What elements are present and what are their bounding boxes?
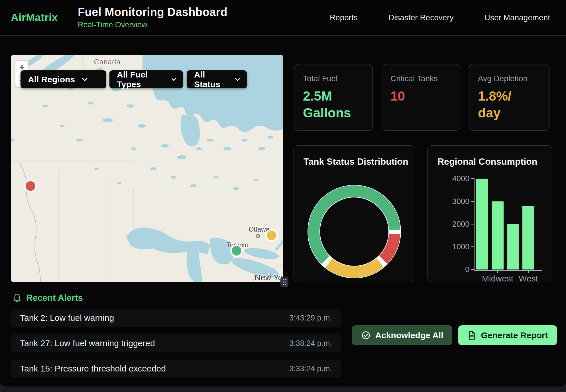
alert-row[interactable]: Tank 15: Pressure threshold exceeded 3:3… [11, 360, 341, 377]
bar-0 [476, 179, 488, 270]
alert-timestamp: 3:38:24 p.m. [289, 339, 332, 348]
bell-icon [13, 293, 22, 303]
recent-alerts-title: Recent Alerts [26, 293, 83, 303]
chevron-down-icon [82, 76, 87, 81]
region-filter-dropdown[interactable]: All Regions [21, 70, 106, 88]
y-axis-labels: 01000200030004000 [444, 179, 472, 270]
y-axis-label: 4000 [444, 174, 469, 183]
page-title: Fuel Monitoring Dashboard [78, 6, 227, 19]
alert-message: Tank 15: Pressure threshold exceeded [20, 364, 166, 373]
kpi-total-fuel: Total Fuel 2.5M Gallons [294, 64, 373, 131]
tank-status-title: Tank Status Distribution [304, 156, 408, 167]
donut-hole [320, 197, 388, 266]
page-subtitle: Real-Time Overview [78, 21, 227, 29]
tank-marker-critical[interactable] [26, 181, 35, 191]
main-nav: Reports Disaster Recovery User Managemen… [330, 13, 566, 22]
fuel-tank-map[interactable]: CanadaOttawaTorontoNew York + − All Regi… [11, 55, 283, 282]
x-axis-label: Midwest [482, 274, 513, 283]
alert-message: Tank 27: Low fuel warning triggered [20, 338, 155, 348]
map-label-new-york: New York [255, 273, 283, 282]
map-label-ottawa: Ottawa [249, 226, 270, 233]
check-circle-icon [361, 330, 371, 340]
x-axis-tick [497, 270, 498, 273]
y-axis-label: 1000 [444, 242, 469, 251]
generate-report-label: Generate Report [481, 330, 548, 340]
kpi-label: Total Fuel [303, 74, 364, 83]
regional-consumption-title: Regional Consumption [437, 156, 537, 167]
x-axis-line [474, 270, 542, 271]
acknowledge-all-label: Acknowledge All [375, 330, 443, 340]
bar-3 [522, 206, 534, 270]
title-block: Fuel Monitoring Dashboard Real-Time Over… [78, 6, 227, 29]
region-filter-value: All Regions [28, 75, 75, 84]
tank-status-donut [308, 185, 400, 278]
fuel-type-filter-value: All Fuel Types [117, 70, 164, 89]
x-axis-tick [528, 270, 529, 273]
alert-message: Tank 2: Low fuel warning [20, 313, 114, 323]
nav-user-management[interactable]: User Management [484, 13, 550, 22]
alert-row[interactable]: Tank 27: Low fuel warning triggered 3:38… [11, 334, 341, 352]
bar-2 [507, 224, 519, 270]
status-filter-value: All Status [194, 70, 228, 89]
kpi-label: Avg Depletion [478, 74, 541, 83]
fuel-type-filter-dropdown[interactable]: All Fuel Types [109, 70, 183, 88]
kpi-avg-depletion: Avg Depletion 1.8%/ day [469, 64, 549, 131]
nav-disaster-recovery[interactable]: Disaster Recovery [388, 13, 454, 22]
kpi-value: 1.8%/ day [478, 88, 541, 121]
alert-timestamp: 3:33:24 p.m. [289, 364, 332, 373]
tank-marker-warning[interactable] [267, 230, 276, 240]
acknowledge-all-button[interactable]: Acknowledge All [352, 325, 452, 345]
bar-plot-area: MidwestWest [475, 179, 543, 270]
bar-1 [492, 201, 504, 270]
x-axis-label: West [519, 274, 538, 283]
tank-marker-normal[interactable] [232, 246, 241, 256]
kpi-value: 10 [390, 88, 451, 105]
kpi-value: 2.5M Gallons [303, 88, 364, 121]
status-filter-dropdown[interactable]: All Status [187, 70, 247, 88]
generate-report-button[interactable]: Generate Report [458, 325, 557, 345]
recent-alerts-header: Recent Alerts [13, 293, 83, 303]
kpi-label: Critical Tanks [390, 74, 451, 83]
y-axis-label: 0 [444, 265, 469, 274]
nav-reports[interactable]: Reports [330, 13, 358, 22]
brand-logo: AirMatrix [11, 12, 58, 24]
document-icon [467, 330, 476, 340]
map-label-canada: Canada [94, 58, 121, 66]
chevron-down-icon [235, 76, 240, 81]
top-header: AirMatrix Fuel Monitoring Dashboard Real… [0, 0, 566, 36]
kpi-critical-tanks: Critical Tanks 10 [382, 64, 460, 131]
regional-consumption-card: Regional Consumption 01000200030004000 M… [427, 145, 552, 282]
tank-status-card: Tank Status Distribution [294, 145, 414, 282]
alert-row[interactable]: Tank 2: Low fuel warning 3:43:29 p.m. [11, 309, 341, 327]
dashboard-root: AirMatrix Fuel Monitoring Dashboard Real… [0, 0, 566, 387]
y-axis-label: 3000 [444, 197, 469, 206]
chevron-down-icon [172, 76, 176, 81]
alert-timestamp: 3:43:29 p.m. [289, 314, 332, 322]
y-axis-label: 2000 [444, 220, 469, 229]
map-resize-handle[interactable] [280, 277, 288, 287]
